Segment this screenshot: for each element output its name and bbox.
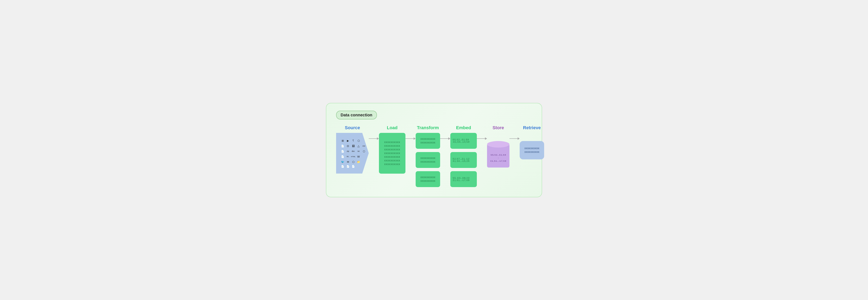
- load-line-7: XXXXXXXXXX: [384, 163, 400, 166]
- e2-line2: 4.1, 3.4....-1.5, 2.5: [453, 160, 469, 162]
- icon-play: ▶: [346, 138, 350, 143]
- icon-doc2: 📄: [340, 149, 345, 154]
- icon-doc4: 📄: [340, 154, 345, 159]
- pipeline: Source ⊞ ▶ ʕ ⬡ 📄 ⊙ 🖼 △ csv 📄 zip doc txt: [336, 125, 532, 187]
- arrow-head-5: [518, 137, 520, 140]
- embed-block-1: 0.5, 0.2....0.1, 0.9 -0.1, 0.4....1.4, 5…: [450, 133, 477, 149]
- embed-label: Embed: [456, 125, 471, 130]
- embed-block-3: 5.5, -0.3....0.8, 2.3 2.1, 0.1....-1.7, …: [450, 171, 477, 187]
- icon-doc3: doc: [351, 149, 355, 154]
- arrow-line-4: [477, 138, 485, 139]
- t2-line2: XXXXXXXXXX: [420, 161, 435, 163]
- icon-doc5: 📄: [340, 165, 345, 168]
- load-line-2: XXXXXXXXXX: [384, 145, 400, 147]
- embed-block-2: 0.2, 0.7....2.1, -1.2 4.1, 3.4....-1.5, …: [450, 152, 477, 168]
- stage-retrieve: Retrieve XXXXXXXXXX XXXXXXXXXX: [520, 125, 544, 159]
- t2-line1: XXXXXXXXXX: [420, 157, 435, 159]
- stage-transform: Transform XXXXXXXXXX XXXXXXXXXX XXXXXXXX…: [416, 125, 440, 187]
- store-shape: 0.5, 0.2....0.1, 0.9 : 2.1, 0.1....-1.7,…: [487, 141, 509, 168]
- source-shape: ⊞ ▶ ʕ ⬡ 📄 ⊙ 🖼 △ csv 📄 zip doc txt ⬡ 📄: [336, 133, 369, 174]
- load-line-1: XXXXXXXXXX: [384, 141, 400, 143]
- transform-label: Transform: [417, 125, 439, 130]
- load-line-4: XXXXXXXXXX: [384, 152, 400, 155]
- arrow-head-2: [413, 137, 416, 140]
- arrow-line-2: [405, 138, 413, 139]
- transform-block-2: XXXXXXXXXX XXXXXXXXXX: [416, 152, 440, 168]
- icon-github: ⊙: [346, 144, 350, 148]
- icon-empty1: [362, 138, 366, 143]
- transform-block-1: XXXXXXXXXX XXXXXXXXXX: [416, 133, 440, 149]
- arrow-5: [509, 137, 520, 140]
- load-label: Load: [387, 125, 398, 130]
- stage-source: Source ⊞ ▶ ʕ ⬡ 📄 ⊙ 🖼 △ csv 📄 zip doc txt: [336, 125, 369, 174]
- t3-line2: XXXXXXXXXX: [420, 180, 435, 182]
- store-text: 0.5, 0.2....0.1, 0.9 : 2.1, 0.1....-1.7,…: [487, 153, 509, 163]
- embed-blocks: 0.5, 0.2....0.1, 0.9 -0.1, 0.4....1.4, 5…: [450, 133, 477, 187]
- icon-csv: csv: [362, 144, 366, 148]
- icon-md: M↓: [346, 154, 350, 159]
- e1-line1: 0.5, 0.2....0.1, 0.9: [453, 139, 469, 141]
- stage-store: Store 0.5, 0.2....0.1, 0.9 : 2.1, 0.1...…: [487, 125, 509, 168]
- source-icons: ⊞ ▶ ʕ ⬡ 📄 ⊙ 🖼 △ csv 📄 zip doc txt ⬡ 📄: [339, 138, 366, 168]
- load-line-3: XXXXXXXXXX: [384, 148, 400, 151]
- store-label: Store: [493, 125, 504, 130]
- diagram-title: Data connection: [341, 113, 372, 117]
- arrow-head-3: [448, 137, 450, 140]
- t1-line1: XXXXXXXXXX: [420, 138, 435, 140]
- load-block: XXXXXXXXXX XXXXXXXXXX XXXXXXXXXX XXXXXXX…: [379, 133, 405, 174]
- icon-twitter: 🐦: [340, 160, 345, 164]
- cylinder-top: [487, 141, 509, 147]
- store-line1: 0.5, 0.2....0.1, 0.9: [491, 154, 506, 156]
- title-badge: Data connection: [336, 111, 377, 120]
- icon-image: 🖼: [351, 144, 355, 148]
- icon-folder: 📁: [356, 160, 361, 164]
- arrow-head-4: [485, 137, 487, 140]
- transform-blocks: XXXXXXXXXX XXXXXXXXXX XXXXXXXXXX XXXXXXX…: [416, 133, 440, 187]
- icon-triangle: △: [356, 144, 361, 148]
- stage-embed: Embed 0.5, 0.2....0.1, 0.9 -0.1, 0.4....…: [450, 125, 477, 187]
- retrieve-label: Retrieve: [523, 125, 541, 130]
- icon-discord: ʕ: [351, 138, 355, 143]
- arrow-line-5: [509, 138, 518, 139]
- icon-mail: ✉: [346, 160, 350, 164]
- store-line2: 2.1, 0.1....-1.7, 0.9: [490, 160, 506, 162]
- e1-line2: -0.1, 0.4....1.4, 5.9: [453, 141, 469, 143]
- arrow-line-3: [440, 138, 448, 139]
- icon-doc7: 📄: [351, 165, 355, 168]
- arrow-4: [477, 137, 487, 140]
- arrow-2: [405, 137, 416, 140]
- arrow-1: [369, 137, 379, 140]
- icon-hex2: ⬡: [351, 160, 355, 164]
- icon-doc1: 📄: [340, 144, 345, 148]
- e3-line2: 2.1, 0.1....-1.7, 0.9: [453, 179, 469, 181]
- retrieve-line-1: XXXXXXXXXX: [524, 147, 539, 149]
- t1-line2: XXXXXXXXXX: [420, 141, 435, 144]
- load-line-5: XXXXXXXXXX: [384, 156, 400, 158]
- icon-txt: txt: [356, 149, 361, 154]
- e2-line1: 0.2, 0.7....2.1, -1.2: [453, 158, 469, 160]
- icon-grid: ⊞: [340, 138, 345, 143]
- t3-line1: XXXXXXXXXX: [420, 176, 435, 178]
- retrieve-line-2: XXXXXXXXXX: [524, 151, 539, 153]
- icon-zip: zip: [346, 149, 350, 154]
- store-colon: :: [498, 157, 499, 159]
- transform-block-3: XXXXXXXXXX XXXXXXXXXX: [416, 171, 440, 187]
- icon-empty3: [362, 160, 366, 164]
- icon-doc6: 📄: [346, 165, 350, 168]
- icon-empty2: [362, 154, 366, 159]
- arrow-head-1: [377, 137, 379, 140]
- icon-hex: ⬡: [362, 149, 366, 154]
- icon-html: HTML: [351, 154, 355, 159]
- load-line-6: XXXXXXXXXX: [384, 159, 400, 162]
- retrieve-block: XXXXXXXXXX XXXXXXXXXX: [520, 141, 544, 159]
- diagram-container: Data connection Source ⊞ ▶ ʕ ⬡ 📄 ⊙ 🖼 △ c…: [326, 103, 542, 197]
- icon-slack: ⬡: [356, 138, 361, 143]
- icon-wiki: W: [356, 154, 361, 159]
- e3-line1: 5.5, -0.3....0.8, 2.3: [453, 177, 469, 179]
- source-label: Source: [345, 125, 360, 130]
- arrow-line-1: [369, 138, 377, 139]
- arrow-3: [440, 137, 450, 140]
- stage-load: Load XXXXXXXXXX XXXXXXXXXX XXXXXXXXXX XX…: [379, 125, 405, 174]
